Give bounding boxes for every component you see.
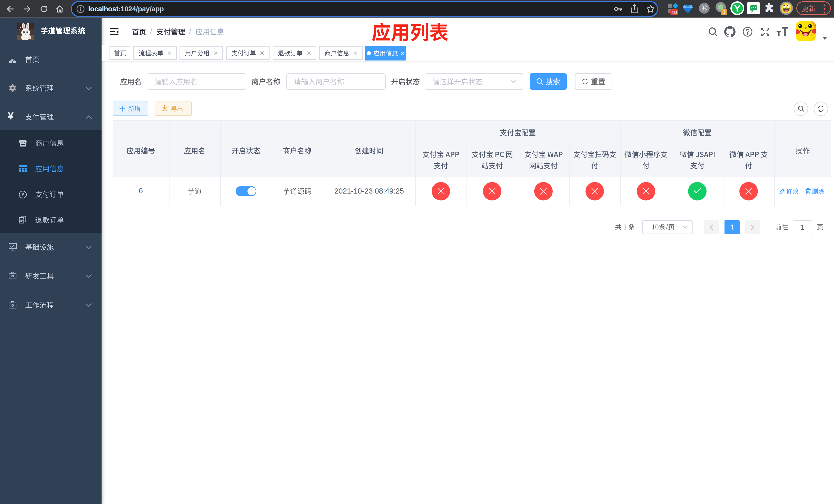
svg-text:¥: ¥ xyxy=(22,192,24,198)
svg-text:10: 10 xyxy=(672,10,677,15)
svg-text:1: 1 xyxy=(723,9,725,15)
svg-text:⌘: ⌘ xyxy=(701,4,707,12)
